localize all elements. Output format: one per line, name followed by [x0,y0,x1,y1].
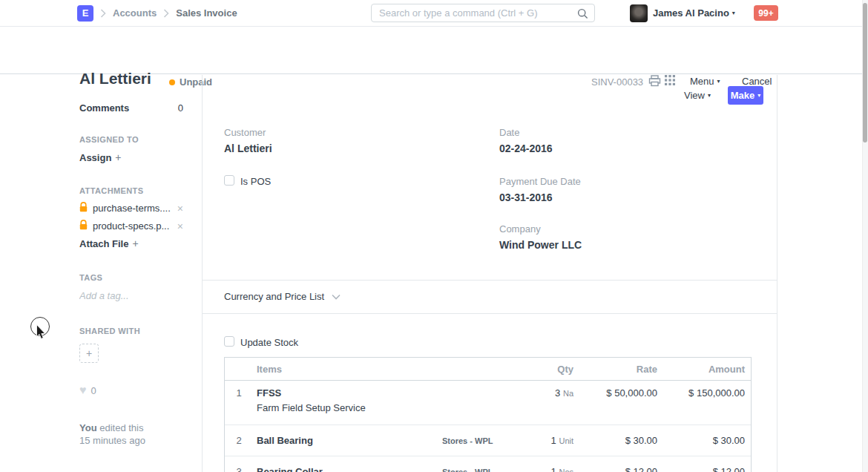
currency-section-label: Currency and Price List [224,291,324,302]
shared-with-heading: SHARED WITH [79,327,183,335]
edited-action: edited this [99,422,143,433]
item-code: FFSS [257,387,431,399]
item-amount: $ 12.00 [659,466,752,472]
item-warehouse: Stores - WPL [431,436,516,445]
date-label: Date [499,127,519,138]
table-row[interactable]: 3 Bearing Collar Stores - WPL 1 Nos $ 12… [225,456,751,472]
plus-icon: + [132,237,138,249]
update-stock-checkbox[interactable] [224,336,234,347]
sidebar-item-comments[interactable]: Comments 0 [79,102,183,114]
scrollbar-thumb[interactable] [863,3,867,142]
sales-invoice-page: E Accounts Sales Invoice James Al Pacino… [0,0,868,472]
item-code: Ball Bearing [257,435,313,446]
chevron-down-icon: ▾ [717,78,720,85]
attach-file-button[interactable]: Attach File + [79,237,183,249]
print-icon[interactable] [648,75,661,89]
attachment-link[interactable]: product-specs.p... [93,220,172,232]
heart-icon[interactable]: ♥ [79,384,87,396]
cancel-button[interactable]: Cancel [742,76,772,87]
row-index: 3 [225,466,253,472]
date-value[interactable]: 02-24-2016 [499,142,553,154]
customer-label: Customer [224,127,266,138]
is-pos-checkbox[interactable] [224,175,234,186]
header-qty: Qty [516,364,577,375]
add-tag-input[interactable] [79,290,168,301]
item-qty: 3 Na [516,387,577,399]
attachment-item: product-specs.p... × [79,220,183,232]
notifications-badge[interactable]: 99+ [754,5,778,21]
item-warehouse: Stores - WPL [431,468,516,472]
items-table: Items Qty Rate Amount 1 FFSS Farm Field … [224,357,752,472]
navbar: E Accounts Sales Invoice James Al Pacino… [0,0,868,27]
chevron-right-icon [163,9,169,18]
search-icon [577,8,588,22]
global-search [371,4,595,22]
row-index: 2 [225,435,253,446]
breadcrumb-sales-invoice[interactable]: Sales Invoice [176,7,237,19]
attachment-item: purchase-terms.... × [79,202,183,214]
table-row[interactable]: 1 FFSS Farm Field Setup Service 3 Na $ 5… [225,381,751,425]
app-logo[interactable]: E [77,5,93,22]
grid-view-icon[interactable] [665,75,675,88]
item-rate: $ 12.00 [577,466,659,472]
mouse-cursor-icon [36,324,46,342]
customer-value[interactable]: Al Lettieri [224,142,272,154]
menu-button[interactable]: Menu▾ [690,76,720,87]
content-right-divider [777,75,777,472]
tags-heading: TAGS [79,273,183,282]
item-description: Farm Field Setup Service [257,402,431,413]
assigned-to-heading: ASSIGNED TO [79,135,183,144]
item-rate: $ 30.00 [577,435,659,446]
header-amount: Amount [659,364,752,375]
attach-file-label: Attach File [79,238,128,249]
table-row[interactable]: 2 Ball Bearing Stores - WPL 1 Unit $ 30.… [225,425,751,456]
page-title: Al Lettieri [79,70,151,88]
section-divider [202,313,777,314]
chevron-down-icon: ▾ [732,10,735,16]
items-table-header: Items Qty Rate Amount [225,358,751,381]
edited-time: 15 minutes ago [79,435,145,446]
attachment-link[interactable]: purchase-terms.... [93,203,172,214]
row-item: Ball Bearing [253,435,431,446]
chevron-down-icon [332,291,341,302]
status-dot-icon [169,79,175,85]
document-id: SINV-00033 [591,76,643,88]
payment-due-date-label: Payment Due Date [499,176,581,187]
add-share-button[interactable]: + [79,344,99,363]
make-button[interactable]: Make▾ [728,86,763,105]
item-uom: Na [563,389,573,398]
page-head: Al Lettieri Unpaid SINV-00033 Menu▾ Canc… [0,27,868,74]
user-menu[interactable]: James Al Pacino▾ [653,7,735,19]
item-amount: $ 150,000.00 [659,387,752,399]
remove-attachment-icon[interactable]: × [177,203,183,214]
company-value[interactable]: Wind Power LLC [499,239,582,251]
row-item: FFSS Farm Field Setup Service [253,387,431,413]
header-rate: Rate [577,364,659,375]
remove-attachment-icon[interactable]: × [177,220,183,232]
section-divider [202,280,777,281]
tag-field [79,290,183,301]
row-index: 1 [225,387,253,399]
avatar[interactable] [630,4,648,22]
search-input[interactable] [372,4,594,22]
item-qty: 1 Unit [516,435,577,446]
lock-icon [79,220,88,232]
currency-section-toggle[interactable]: Currency and Price List [224,291,341,302]
comments-count: 0 [178,102,183,114]
payment-due-date-value[interactable]: 03-31-2016 [499,191,553,203]
item-amount: $ 30.00 [659,435,752,446]
comments-label: Comments [79,102,129,114]
assign-button[interactable]: Assign + [79,151,183,163]
chevron-right-icon [100,9,106,18]
chevron-down-icon: ▾ [708,92,711,99]
assign-label: Assign [79,152,111,163]
status-indicator: Unpaid [169,76,212,88]
attachments-heading: ATTACHMENTS [79,186,183,195]
edited-by: You [79,422,97,433]
view-button[interactable]: View▾ [684,90,711,101]
breadcrumb-accounts[interactable]: Accounts [113,7,157,19]
item-code: Bearing Collar [257,466,323,472]
share-section: + [79,344,183,363]
likes: ♥ 0 [79,384,183,396]
header-items: Items [253,364,431,375]
